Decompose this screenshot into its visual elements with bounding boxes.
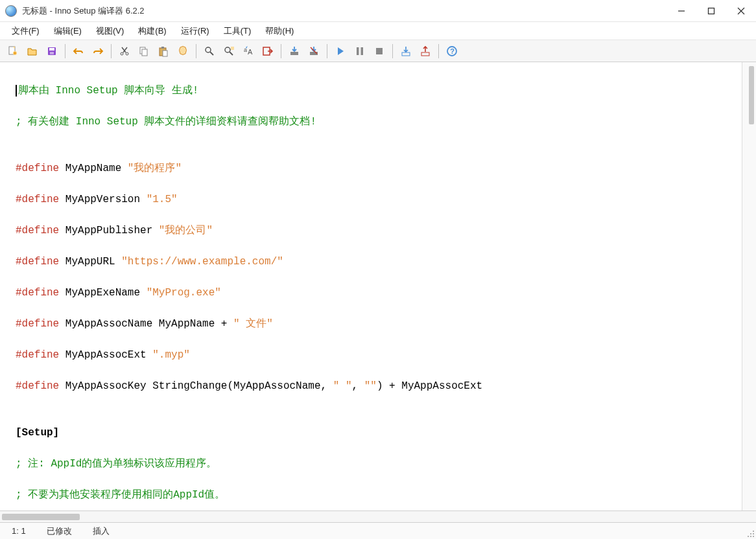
- step-over-button[interactable]: [416, 42, 434, 60]
- paste-button[interactable]: [154, 42, 172, 60]
- svg-text:?: ?: [450, 47, 455, 55]
- code-line: #define MyAppVersion "1.5": [16, 192, 742, 207]
- code-line: #define MyAppAssocExt ".myp": [16, 347, 742, 363]
- undo-button[interactable]: [69, 42, 88, 60]
- statusbar: 1: 1 已修改 插入: [0, 522, 756, 539]
- find-button[interactable]: [200, 42, 219, 60]
- replace-button[interactable]: [220, 42, 238, 60]
- compile-button[interactable]: [285, 42, 303, 60]
- svg-point-9: [121, 52, 123, 55]
- svg-point-34: [753, 531, 754, 532]
- svg-rect-28: [361, 47, 364, 55]
- svg-rect-14: [161, 47, 164, 49]
- menu-help[interactable]: 帮助(H): [259, 23, 300, 40]
- open-file-button[interactable]: [23, 42, 41, 60]
- svg-rect-8: [50, 52, 54, 54]
- separator: [111, 44, 112, 58]
- code-line: ; 注: AppId的值为单独标识该应用程序。: [16, 456, 742, 472]
- svg-rect-1: [709, 8, 715, 14]
- new-file-button[interactable]: [4, 42, 22, 60]
- svg-rect-7: [49, 48, 54, 51]
- svg-line-19: [230, 52, 233, 55]
- options-button[interactable]: aA: [239, 42, 257, 60]
- svg-point-18: [225, 47, 230, 52]
- svg-point-38: [750, 536, 751, 537]
- svg-rect-24: [290, 52, 298, 55]
- svg-rect-31: [421, 52, 429, 56]
- status-insert: 插入: [93, 525, 110, 537]
- horizontal-scrollbar[interactable]: [0, 510, 756, 522]
- delete-button[interactable]: [174, 42, 192, 60]
- code-line: #define MyAppPublisher "我的公司": [16, 223, 742, 238]
- cut-button[interactable]: [115, 42, 134, 60]
- svg-rect-12: [142, 49, 147, 56]
- code-line: ; 有关创建 Inno Setup 脚本文件的详细资料请查阅帮助文档!: [16, 116, 316, 128]
- run-button[interactable]: [331, 42, 349, 60]
- svg-point-37: [753, 536, 754, 537]
- menu-view[interactable]: 视图(V): [89, 23, 130, 40]
- minimize-button[interactable]: [667, 1, 696, 21]
- code-line: [Setup]: [16, 425, 742, 441]
- exit-button[interactable]: [259, 42, 277, 60]
- separator: [196, 44, 196, 58]
- code-editor[interactable]: 脚本由 Inno Setup 脚本向导 生成! ; 有关创建 Inno Setu…: [0, 62, 742, 510]
- svg-point-36: [750, 533, 751, 534]
- app-icon: [5, 5, 17, 17]
- svg-rect-27: [357, 47, 359, 55]
- svg-text:A: A: [248, 48, 253, 56]
- status-position: 1: 1: [12, 526, 26, 536]
- toolbar: aA ?: [0, 40, 756, 62]
- step-into-button[interactable]: [397, 42, 415, 60]
- titlebar: 无标题 - Inno Setup 编译器 6.2.2: [0, 0, 756, 22]
- svg-rect-30: [402, 52, 410, 56]
- svg-line-17: [210, 52, 213, 55]
- svg-point-10: [126, 52, 128, 55]
- menu-tools[interactable]: 工具(T): [217, 23, 258, 40]
- code-line: #define MyAppURL "https://www.example.co…: [16, 254, 742, 270]
- maximize-button[interactable]: [696, 1, 726, 21]
- separator: [281, 44, 281, 58]
- redo-button[interactable]: [89, 42, 107, 60]
- code-line: 脚本由 Inno Setup 脚本向导 生成!: [18, 85, 198, 97]
- code-line: #define MyAppName "我的程序": [16, 161, 742, 176]
- separator: [65, 44, 65, 58]
- code-line: #define MyAppExeName "MyProg.exe": [16, 285, 742, 301]
- svg-point-35: [753, 533, 754, 534]
- menu-file[interactable]: 文件(F): [5, 23, 46, 40]
- menu-edit[interactable]: 编辑(E): [47, 23, 88, 40]
- menu-build[interactable]: 构建(B): [132, 23, 172, 40]
- svg-point-16: [206, 47, 211, 52]
- compile2-button[interactable]: [305, 42, 323, 60]
- code-line: #define MyAppAssocKey StringChange(MyApp…: [16, 378, 742, 394]
- status-modified: 已修改: [47, 525, 72, 537]
- separator: [438, 44, 439, 58]
- resize-grip-icon[interactable]: [747, 530, 755, 538]
- help-button[interactable]: ?: [443, 42, 461, 60]
- svg-rect-20: [231, 47, 234, 50]
- window-title: 无标题 - Inno Setup 编译器 6.2.2: [22, 5, 667, 17]
- svg-rect-15: [163, 51, 167, 56]
- pause-button[interactable]: [351, 42, 369, 60]
- save-button[interactable]: [43, 42, 61, 60]
- svg-rect-29: [376, 48, 383, 54]
- copy-button[interactable]: [135, 42, 153, 60]
- svg-point-39: [748, 536, 749, 537]
- stop-button[interactable]: [370, 42, 388, 60]
- menu-run[interactable]: 运行(R): [174, 23, 216, 40]
- separator: [327, 44, 327, 58]
- separator: [392, 44, 393, 58]
- menubar: 文件(F) 编辑(E) 视图(V) 构建(B) 运行(R) 工具(T) 帮助(H…: [0, 22, 756, 40]
- code-line: ; 不要为其他安装程序使用相同的AppId值。: [16, 487, 742, 503]
- code-line: #define MyAppAssocName MyAppName + " 文件": [16, 316, 742, 332]
- close-button[interactable]: [726, 1, 756, 21]
- vertical-scrollbar[interactable]: [742, 62, 756, 510]
